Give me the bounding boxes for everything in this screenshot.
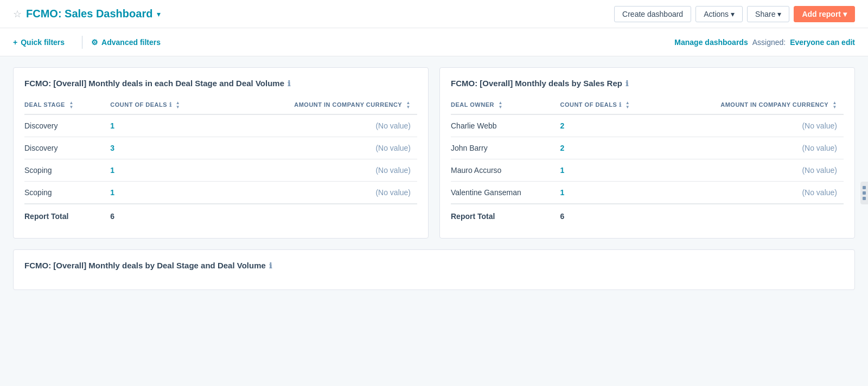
star-icon[interactable]: ☆ — [13, 8, 22, 20]
table-row: Mauro Accurso 1 (No value) — [451, 159, 844, 182]
count-cell[interactable]: 1 — [560, 159, 668, 182]
dashboard-title[interactable]: FCMO: Sales Dashboard — [26, 8, 152, 20]
count-cell[interactable]: 2 — [560, 114, 668, 137]
filter-icon: ⚙ — [91, 38, 98, 47]
create-dashboard-button[interactable]: Create dashboard — [614, 6, 691, 22]
sort-icon-amount-1[interactable]: ▲▼ — [406, 101, 411, 110]
filter-bar-left: + Quick filters ⚙ Advanced filters — [13, 36, 169, 49]
add-report-label: Add report — [802, 10, 841, 18]
add-report-chevron-icon: ▾ — [843, 10, 847, 18]
amount-cell: (No value) — [669, 114, 844, 137]
deal-owner-cell: John Barry — [451, 137, 560, 159]
manage-dashboards-link[interactable]: Manage dashboards — [674, 38, 748, 47]
actions-label: Actions — [704, 10, 729, 18]
amount-cell: (No value) — [228, 114, 417, 137]
assigned-value[interactable]: Everyone can edit — [790, 38, 855, 47]
quick-filters-button[interactable]: + Quick filters — [13, 38, 73, 47]
info-icon-3[interactable]: ℹ — [269, 261, 272, 270]
info-icon-2[interactable]: ℹ — [626, 79, 628, 88]
table-header-row-1: DEAL STAGE ▲▼ COUNT OF DEALS ℹ ▲▼ AMOUNT… — [24, 97, 417, 114]
deal-owner-cell: Valentine Ganseman — [451, 182, 560, 204]
report-title-1: FCMO: [Overall] Monthly deals in each De… — [24, 79, 417, 88]
amount-cell: (No value) — [228, 182, 417, 204]
scroll-dot-2 — [863, 191, 866, 195]
deal-stage-cell: Scoping — [24, 182, 110, 204]
total-count: 6 — [560, 204, 668, 227]
sort-icon-deal-owner[interactable]: ▲▼ — [499, 101, 503, 110]
share-chevron-icon: ▾ — [777, 10, 781, 18]
deal-owner-cell: Charlie Webb — [451, 114, 560, 137]
amount-cell: (No value) — [669, 137, 844, 159]
bottom-card: FCMO: [Overall] Monthly deals by Deal St… — [13, 249, 855, 290]
info-icon-1[interactable]: ℹ — [288, 79, 290, 88]
report-title-2: FCMO: [Overall] Monthly deals by Sales R… — [451, 79, 844, 88]
total-label: Report Total — [24, 204, 110, 227]
table-row: John Barry 2 (No value) — [451, 137, 844, 159]
advanced-filters-button[interactable]: ⚙ Advanced filters — [91, 38, 169, 47]
report-table-2: DEAL OWNER ▲▼ COUNT OF DEALS ℹ ▲▼ AMOUNT… — [451, 97, 844, 227]
amount-cell: (No value) — [669, 182, 844, 204]
share-button[interactable]: Share ▾ — [747, 6, 789, 22]
table-row: Valentine Ganseman 1 (No value) — [451, 182, 844, 204]
header-right: Create dashboard Actions ▾ Share ▾ Add r… — [614, 6, 855, 22]
count-cell[interactable]: 1 — [110, 114, 228, 137]
deal-owner-cell: Mauro Accurso — [451, 159, 560, 182]
main-content: FCMO: [Overall] Monthly deals in each De… — [0, 56, 868, 249]
table-row: Discovery 1 (No value) — [24, 114, 417, 137]
count-cell[interactable]: 1 — [110, 159, 228, 182]
col-count-deals-2: COUNT OF DEALS ℹ ▲▼ — [560, 97, 668, 114]
header: ☆ FCMO: Sales Dashboard ▾ Create dashboa… — [0, 0, 868, 28]
deal-stage-cell: Discovery — [24, 114, 110, 137]
col-deal-owner: DEAL OWNER ▲▼ — [451, 97, 560, 114]
col-deal-stage: DEAL STAGE ▲▼ — [24, 97, 110, 114]
advanced-filters-label: Advanced filters — [101, 38, 161, 47]
report-table-1: DEAL STAGE ▲▼ COUNT OF DEALS ℹ ▲▼ AMOUNT… — [24, 97, 417, 227]
amount-cell: (No value) — [669, 159, 844, 182]
filter-divider — [82, 36, 82, 49]
sort-icon-amount-2[interactable]: ▲▼ — [833, 101, 837, 110]
scroll-hint — [860, 182, 868, 204]
scroll-dot-1 — [863, 186, 866, 189]
assigned-label: Assigned: — [752, 38, 786, 47]
header-left: ☆ FCMO: Sales Dashboard ▾ — [13, 8, 161, 20]
total-amount — [228, 204, 417, 227]
actions-button[interactable]: Actions ▾ — [695, 6, 743, 22]
count-cell[interactable]: 2 — [560, 137, 668, 159]
col-amount-2: AMOUNT IN COMPANY CURRENCY ▲▼ — [669, 97, 844, 114]
col-count-deals-1: COUNT OF DEALS ℹ ▲▼ — [110, 97, 228, 114]
plus-icon: + — [13, 38, 17, 47]
add-report-button[interactable]: Add report ▾ — [794, 6, 855, 22]
table-row: Charlie Webb 2 (No value) — [451, 114, 844, 137]
count-cell[interactable]: 1 — [110, 182, 228, 204]
chevron-down-icon[interactable]: ▾ — [157, 10, 161, 18]
table-row: Discovery 3 (No value) — [24, 137, 417, 159]
report-title-3: FCMO: [Overall] Monthly deals by Deal St… — [24, 261, 844, 270]
sort-icon-count-1[interactable]: ▲▼ — [176, 101, 180, 110]
actions-chevron-icon: ▾ — [731, 10, 735, 18]
sort-icon-count-2[interactable]: ▲▼ — [626, 101, 630, 110]
filter-bar: + Quick filters ⚙ Advanced filters Manag… — [0, 28, 868, 56]
total-label: Report Total — [451, 204, 560, 227]
share-label: Share — [755, 10, 775, 18]
report-card-2: FCMO: [Overall] Monthly deals by Sales R… — [439, 67, 855, 239]
table-row: Scoping 1 (No value) — [24, 182, 417, 204]
table-row: Scoping 1 (No value) — [24, 159, 417, 182]
total-count: 6 — [110, 204, 228, 227]
count-cell[interactable]: 3 — [110, 137, 228, 159]
col-amount-1: AMOUNT IN COMPANY CURRENCY ▲▼ — [228, 97, 417, 114]
amount-cell: (No value) — [228, 137, 417, 159]
count-cell[interactable]: 1 — [560, 182, 668, 204]
amount-cell: (No value) — [228, 159, 417, 182]
total-row: Report Total 6 — [451, 204, 844, 227]
report-card-1: FCMO: [Overall] Monthly deals in each De… — [13, 67, 429, 239]
deal-stage-cell: Scoping — [24, 159, 110, 182]
col-info-icon-2[interactable]: ℹ — [619, 101, 622, 108]
table-header-row-2: DEAL OWNER ▲▼ COUNT OF DEALS ℹ ▲▼ AMOUNT… — [451, 97, 844, 114]
quick-filters-label: Quick filters — [21, 38, 65, 47]
total-row: Report Total 6 — [24, 204, 417, 227]
total-amount — [669, 204, 844, 227]
sort-icon-deal-stage[interactable]: ▲▼ — [69, 101, 73, 110]
deal-stage-cell: Discovery — [24, 137, 110, 159]
filter-bar-right: Manage dashboards Assigned: Everyone can… — [674, 38, 855, 47]
col-info-icon-1[interactable]: ℹ — [169, 101, 172, 108]
